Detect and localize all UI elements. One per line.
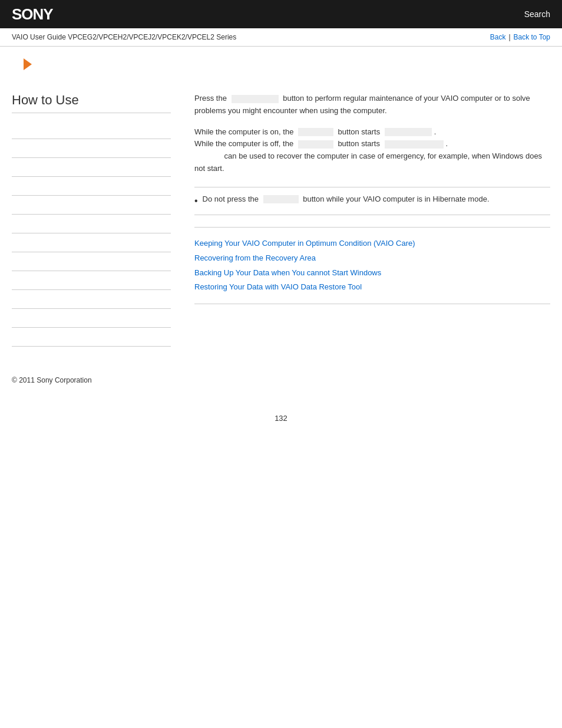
main-paragraph-1: Press the button to perform regular main… <box>194 93 550 117</box>
sony-logo: SONY <box>12 5 53 24</box>
header: SONY Search <box>0 0 562 28</box>
sidebar-nav-item[interactable] <box>12 252 171 271</box>
sidebar-nav-item[interactable] <box>12 120 171 139</box>
sidebar-nav-item[interactable] <box>12 139 171 158</box>
nav-separator: | <box>508 33 510 41</box>
copyright-text: © 2011 Sony Corporation <box>12 376 92 384</box>
note-item: • Do not press the button while your VAI… <box>194 195 550 207</box>
app-placeholder-1 <box>385 128 432 136</box>
sidebar-nav-item[interactable] <box>12 215 171 233</box>
sidebar-nav-item[interactable] <box>12 177 171 196</box>
sidebar-nav-item[interactable] <box>12 290 171 309</box>
note-box: • Do not press the button while your VAI… <box>194 187 550 215</box>
page-number: 132 <box>275 414 287 423</box>
link-recovery-area[interactable]: Recovering from the Recovery Area <box>194 251 550 266</box>
sidebar: How to Use <box>12 93 183 347</box>
sidebar-nav-item[interactable] <box>12 233 171 252</box>
links-section: Keeping Your VAIO Computer in Optimum Co… <box>194 227 550 304</box>
button-placeholder-2 <box>298 128 333 136</box>
sidebar-nav-item[interactable] <box>12 196 171 215</box>
page-number-container: 132 <box>0 390 562 434</box>
button-placeholder-1 <box>232 95 279 103</box>
nav-links: Back | Back to Top <box>490 33 550 41</box>
back-to-top-link[interactable]: Back to Top <box>514 33 550 41</box>
link-restore-tool[interactable]: Restoring Your Data with VAIO Data Resto… <box>194 280 550 295</box>
main-paragraph-2: While the computer is on, the button sta… <box>194 126 550 175</box>
link-backup-data[interactable]: Backing Up Your Data when You cannot Sta… <box>194 266 550 281</box>
sidebar-nav-item[interactable] <box>12 328 171 347</box>
back-link[interactable]: Back <box>490 33 506 41</box>
note-text: Do not press the button while your VAIO … <box>203 195 490 204</box>
sidebar-nav-item[interactable] <box>12 158 171 177</box>
bullet-icon: • <box>194 195 198 207</box>
app-placeholder-2 <box>385 140 444 149</box>
button-placeholder-3 <box>298 140 333 149</box>
footer-copyright: © 2011 Sony Corporation <box>0 358 562 390</box>
guide-title: VAIO User Guide VPCEG2/VPCEH2/VPCEJ2/VPC… <box>12 33 236 41</box>
search-button[interactable]: Search <box>524 9 550 19</box>
link-vaio-care[interactable]: Keeping Your VAIO Computer in Optimum Co… <box>194 236 550 251</box>
sidebar-title: How to Use <box>12 93 171 113</box>
sidebar-nav-item[interactable] <box>12 309 171 328</box>
main-content: Press the button to perform regular main… <box>183 93 550 347</box>
button-placeholder-4 <box>263 195 299 203</box>
sidebar-nav-item[interactable] <box>12 271 171 290</box>
content-wrapper: How to Use Press the button to perform r… <box>0 81 562 358</box>
nav-bar: VAIO User Guide VPCEG2/VPCEH2/VPCEJ2/VPC… <box>0 28 562 47</box>
chevron-right-icon <box>24 58 32 70</box>
